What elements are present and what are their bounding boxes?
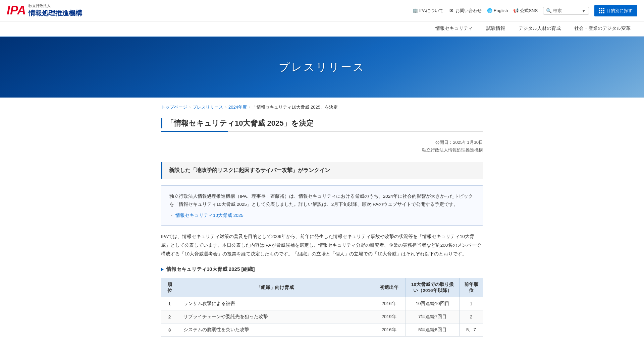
publisher: 独立行政法人情報処理推進機構	[161, 146, 483, 154]
col-count: 10大脅威での取り扱い（2016年以降）	[406, 278, 460, 297]
info-paragraph: 独立行政法人情報処理推進機構（IPA、理事長：齊藤裕）は、情報セキュリティにおけ…	[169, 192, 475, 209]
title-underline	[161, 131, 483, 132]
nav-ipa-about[interactable]: 🏢 IPAについて	[413, 8, 443, 14]
globe-icon: 🌐	[487, 8, 492, 13]
building-icon: 🏢	[413, 8, 418, 13]
breadcrumb-home[interactable]: トップページ	[161, 104, 187, 110]
col-year: 初選出年	[372, 278, 406, 297]
cell-rank: 3	[161, 323, 178, 337]
logo-text: 独立行政法人 情報処理推進機構	[29, 3, 82, 18]
breadcrumb-current: 「情報セキュリティ10大脅威 2025」を決定	[252, 104, 338, 110]
published-date: 公開日：2025年1月30日	[161, 138, 483, 146]
cell-threat: サプライチェーンや委託先を狙った攻撃	[178, 310, 372, 323]
cell-threat: システムの脆弱性を突いた攻撃	[178, 323, 372, 337]
hero-banner: プレスリリース	[0, 37, 644, 98]
cell-rank: 1	[161, 297, 178, 310]
search-input[interactable]	[553, 8, 580, 13]
search-box: 🔍 ▼	[543, 7, 589, 15]
nav-english[interactable]: 🌐 English	[487, 8, 508, 13]
info-box: 独立行政法人情報処理推進機構（IPA、理事長：齊藤裕）は、情報セキュリティにおけ…	[161, 185, 483, 226]
search-dropdown-icon[interactable]: ▼	[581, 8, 586, 13]
purpose-button[interactable]: 目的別に探す	[594, 5, 637, 16]
share-icon: 📢	[513, 8, 519, 13]
info-link[interactable]: 情報セキュリティ10大脅威 2025	[175, 213, 244, 218]
cell-prev: 1	[460, 297, 483, 310]
article-title: 「情報セキュリティ10大脅威 2025」を決定	[161, 118, 483, 128]
breadcrumb: トップページ › プレスリリース › 2024年度 › 「情報セキュリティ10大…	[161, 104, 483, 110]
body-text: IPAでは、情報セキュリティ対策の普及を目的として2006年から、前年に発生した…	[161, 232, 483, 258]
breadcrumb-press[interactable]: プレスリリース	[193, 104, 223, 110]
nav-sns[interactable]: 📢 公式SNS	[513, 8, 538, 14]
nav-digital-human[interactable]: デジタル人材の育成	[512, 21, 568, 37]
mail-icon: ✉	[449, 8, 454, 13]
cell-threat: ランサム攻撃による被害	[178, 297, 372, 310]
nav-contact[interactable]: ✉ お問い合わせ	[449, 8, 482, 14]
breadcrumb-sep-3: ›	[249, 105, 250, 110]
highlight-section: 新設した「地政学的リスクに起因するサイバー攻撃」がランクイン	[161, 162, 483, 179]
logo-area: IPA 独立行政法人 情報処理推進機構	[7, 3, 82, 18]
main-nav: 情報セキュリティ 試験情報 デジタル人材の育成 社会・産業のデジタル変革	[0, 21, 644, 37]
cell-rank: 2	[161, 310, 178, 323]
cell-year: 2016年	[372, 323, 406, 337]
table-row: 2 サプライチェーンや委託先を狙った攻撃 2019年 7年連続7回目 2	[161, 310, 483, 323]
top-bar: IPA 独立行政法人 情報処理推進機構 🏢 IPAについて ✉ お問い合わせ 🌐…	[0, 0, 644, 37]
col-threat: 「組織」向け脅威	[178, 278, 372, 297]
hero-title: プレスリリース	[279, 60, 365, 75]
breadcrumb-year[interactable]: 2024年度	[228, 104, 247, 110]
cell-count: 7年連続7回目	[406, 310, 460, 323]
table-section-heading: 情報セキュリティ10大脅威 2025 [組織]	[161, 266, 483, 273]
cell-count: 5年連続8回目	[406, 323, 460, 337]
breadcrumb-sep-2: ›	[225, 105, 226, 110]
logo-ipa: IPA	[7, 4, 26, 16]
cell-year: 2016年	[372, 297, 406, 310]
cell-count: 10回連続10回目	[406, 297, 460, 310]
table-row: 3 システムの脆弱性を突いた攻撃 2016年 5年連続8回目 5、7	[161, 323, 483, 337]
nav-exam[interactable]: 試験情報	[480, 21, 512, 37]
logo-main: 情報処理推進機構	[29, 8, 82, 18]
meta-info: 公開日：2025年1月30日 独立行政法人情報処理推進機構	[161, 138, 483, 154]
col-rank: 順位	[161, 278, 178, 297]
content-wrapper: トップページ › プレスリリース › 2024年度 › 「情報セキュリティ10大…	[154, 98, 490, 357]
nav-security[interactable]: 情報セキュリティ	[429, 21, 480, 37]
breadcrumb-sep-1: ›	[189, 105, 191, 110]
triangle-icon	[161, 268, 164, 271]
grid-icon	[599, 8, 604, 13]
cell-year: 2019年	[372, 310, 406, 323]
search-icon: 🔍	[546, 8, 552, 13]
cell-prev: 2	[460, 310, 483, 323]
col-prev: 前年順位	[460, 278, 483, 297]
info-bullet: ・	[169, 213, 174, 218]
logo-sub: 独立行政法人	[29, 3, 82, 8]
table-row: 1 ランサム攻撃による被害 2016年 10回連続10回目 1	[161, 297, 483, 310]
top-nav: 🏢 IPAについて ✉ お問い合わせ 🌐 English 📢 公式SNS 🔍 ▼	[413, 5, 637, 16]
cell-prev: 5、7	[460, 323, 483, 337]
threats-table: 順位 「組織」向け脅威 初選出年 10大脅威での取り扱い（2016年以降） 前年…	[161, 278, 483, 337]
nav-digital-transform[interactable]: 社会・産業のデジタル変革	[568, 21, 637, 37]
